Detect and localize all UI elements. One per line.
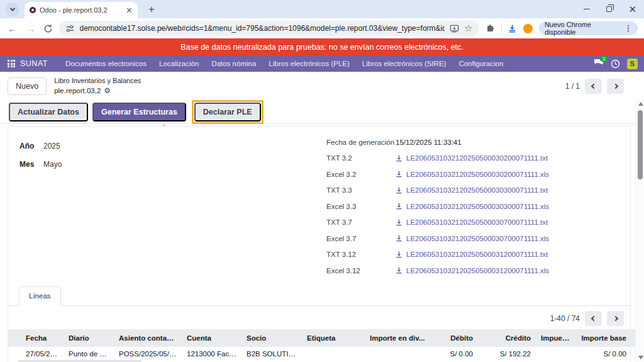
vertical-scrollbar[interactable] (635, 99, 644, 362)
file-label: Excel 3.12 (326, 267, 396, 274)
cell-etiqueta[interactable] (302, 347, 365, 361)
file-label: Excel 3.3 (326, 203, 396, 210)
file-download-link[interactable]: LE2060531032120250500030300071111.txt (396, 186, 548, 194)
apps-grid-icon[interactable] (8, 60, 15, 67)
file-download-link[interactable]: LE2060531032120250500030700071111.txt (396, 218, 548, 226)
reload-button[interactable] (43, 24, 53, 33)
menu-datos-nomina[interactable]: Datos nómina (205, 60, 262, 67)
lines-next-button[interactable] (607, 311, 624, 326)
col-diario[interactable]: Diario (64, 329, 114, 347)
download-icon (396, 267, 402, 274)
file-download-link[interactable]: LE2060531032120250500030300071111.xls (396, 203, 549, 210)
file-download-link[interactable]: LE2060531032120250500030700071111.xls (396, 235, 549, 242)
year-label: Año (19, 142, 43, 150)
download-icon (396, 219, 402, 226)
cell-importe-div[interactable] (365, 347, 439, 361)
extensions-puzzle-icon[interactable] (486, 24, 495, 33)
back-button[interactable]: ← (6, 23, 18, 34)
record-next-button[interactable] (607, 79, 624, 94)
menu-documentos-electronicos[interactable]: Documentos electronicos (59, 60, 153, 67)
control-panel: Nuevo Libro Inventarios y Balances ple.r… (0, 72, 644, 101)
cell-fecha[interactable]: 27/05/2025 (8, 347, 64, 361)
cell-credito[interactable]: S/ 192.22 (478, 347, 536, 361)
record-pager-text: 1 / 1 (565, 82, 580, 91)
menu-configuracion[interactable]: Configuracion (452, 60, 509, 67)
new-record-button[interactable]: Nuevo (8, 77, 47, 95)
col-asiento[interactable]: Asiento contable (114, 329, 182, 347)
address-bar[interactable]: democontable17.solse.pe/web#cids=1&menu_… (59, 21, 479, 36)
messages-button[interactable]: 2 (594, 59, 604, 69)
download-icon (396, 155, 402, 162)
file-download-link[interactable]: LE2060531032120250500031200071111.txt (396, 251, 548, 258)
browser-tabstrip: Odoo - ple.report.03,2 ✕ + ✕ (0, 0, 644, 18)
bookmark-star-icon[interactable]: ☆ (464, 23, 472, 34)
install-app-icon[interactable] (450, 24, 459, 33)
download-icon (396, 171, 402, 178)
year-value[interactable]: 2025 (43, 142, 60, 150)
col-socio[interactable]: Socio (242, 329, 302, 347)
col-cuenta[interactable]: Cuenta (182, 329, 242, 347)
user-avatar[interactable]: S (627, 59, 638, 69)
forward-button[interactable]: → (25, 23, 36, 34)
scrollbar-thumb[interactable] (638, 110, 643, 179)
col-credito[interactable]: Crédito (478, 329, 536, 347)
cell-diario[interactable]: Punto de Venta (64, 347, 114, 361)
activities-clock-icon[interactable] (611, 59, 620, 69)
actualizar-datos-button[interactable]: Actualizar Datos (9, 103, 88, 122)
file-download-link[interactable]: LE2060531032120250500030200071111.xls (396, 171, 549, 178)
tab-title: Odoo - ple.report.03,2 (40, 6, 122, 14)
record-prev-button[interactable] (585, 79, 602, 94)
cell-asiento[interactable]: POSS/2025/05/0... (114, 347, 182, 361)
new-tab-button[interactable]: + (144, 4, 159, 15)
chrome-update-label: Nuevo Chrome disponible (545, 21, 621, 36)
col-debito[interactable]: Débito (439, 329, 478, 347)
cell-impuesto[interactable] (536, 347, 575, 361)
form-sheet: Año 2025 Mes Mayo Fecha de generación 15… (8, 126, 631, 362)
gear-icon[interactable]: ⚙ (104, 86, 111, 96)
tab-search-button[interactable] (6, 3, 19, 16)
month-value[interactable]: Mayo (43, 160, 62, 169)
declarar-ple-button[interactable]: Declarar PLE (194, 103, 261, 122)
generated-files-fields: Fecha de generación 15/12/2025 11:33:41 … (326, 134, 549, 279)
breadcrumb: Libro Inventarios y Balances ple.report.… (54, 76, 141, 96)
cell-cuenta[interactable]: 1213000 Facturas... (182, 347, 242, 361)
table-row[interactable]: 27/05/2025 Punto de Venta POSS/2025/05/0… (8, 347, 644, 361)
file-label: Excel 3.2 (326, 171, 396, 178)
tab-close-icon[interactable]: ✕ (126, 6, 133, 14)
col-fecha[interactable]: Fecha (8, 329, 64, 347)
neutralized-db-banner: Base de datos neutralizada para pruebas:… (0, 38, 644, 55)
scroll-up-icon[interactable] (638, 102, 643, 106)
cell-socio[interactable]: B2B SOLUTIONS ... (242, 347, 302, 361)
odoo-navbar: SUNAT Documentos electronicos Localizaci… (0, 55, 644, 72)
col-importe-base[interactable]: Importe base (575, 329, 631, 347)
window-close-button[interactable]: ✕ (628, 4, 636, 14)
col-importe-div[interactable]: Importe en div... (365, 329, 439, 347)
tab-lineas[interactable]: Líneas (19, 286, 61, 306)
breadcrumb-parent[interactable]: Libro Inventarios y Balances (54, 76, 141, 86)
cell-debito[interactable]: S/ 0.00 (439, 347, 478, 361)
file-download-link[interactable]: LE2060531032120250500031200071111.xls (396, 267, 549, 274)
col-etiqueta[interactable]: Etiqueta (302, 329, 365, 347)
cell-importe-base[interactable]: S/ 0.00 (575, 347, 631, 361)
browser-tab[interactable]: Odoo - ple.report.03,2 ✕ (25, 2, 138, 18)
file-label: TXT 3.2 (326, 154, 396, 162)
app-brand[interactable]: SUNAT (20, 59, 48, 68)
menu-libros-sire[interactable]: Libros electrónicos (SIRE) (356, 60, 453, 67)
downloads-icon[interactable] (508, 24, 517, 33)
browser-menu-icon[interactable]: ⋮ (625, 24, 632, 33)
lines-prev-button[interactable] (585, 311, 602, 326)
generar-estructuras-button[interactable]: Generar Estructuras (92, 103, 186, 122)
menu-libros-ple[interactable]: Libros electrónicos (PLE) (262, 60, 355, 67)
file-download-link[interactable]: LE2060531032120250500030200071111.txt (396, 154, 548, 162)
menu-localizacion[interactable]: Localización (153, 60, 205, 67)
scroll-down-icon[interactable] (638, 356, 643, 359)
chrome-update-button[interactable]: Nuevo Chrome disponible ⋮ (539, 21, 638, 35)
site-settings-icon[interactable] (65, 24, 75, 33)
col-impuesto[interactable]: Impuesto (536, 329, 575, 347)
generated-date-value: 15/12/2025 11:33:41 (396, 139, 462, 146)
window-restore-button[interactable] (606, 6, 612, 12)
window-minimize-button[interactable] (584, 9, 590, 10)
profile-avatar[interactable] (523, 24, 532, 33)
lines-table: Fecha Diario Asiento contable Cuenta Soc… (8, 329, 644, 361)
notebook-tabs: Líneas (8, 285, 630, 306)
